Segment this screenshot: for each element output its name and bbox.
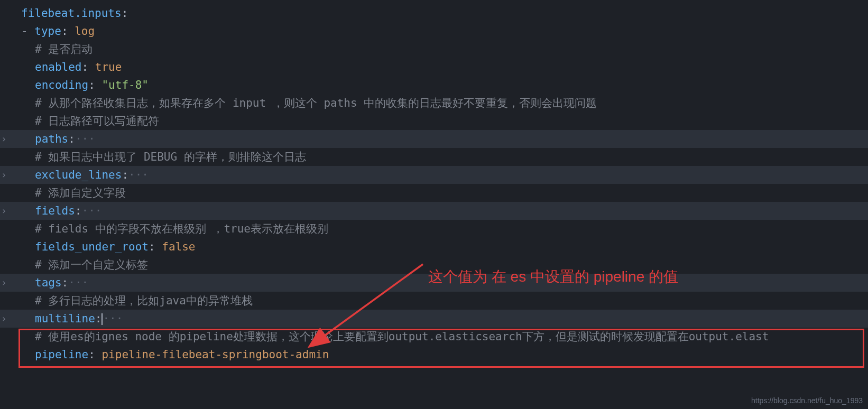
yaml-key: pipeline (35, 348, 88, 361)
code-line-folded[interactable]: ›fields:··· (0, 202, 868, 220)
yaml-comment: # 从那个路径收集日志，如果存在多个 input ，则这个 paths 中的收集… (35, 97, 597, 109)
fold-ellipsis[interactable]: ··· (68, 276, 88, 289)
yaml-comment: # 使用es的ignes node 的pipeline处理数据，这个理论上要配置… (35, 330, 769, 343)
chevron-right-icon[interactable]: › (1, 166, 7, 184)
fold-ellipsis[interactable]: ··· (103, 312, 123, 325)
code-editor[interactable]: filebeat.inputs: - type: log # 是否启动 enab… (0, 0, 868, 368)
yaml-comment: # 如果日志中出现了 DEBUG 的字样，则排除这个日志 (35, 151, 306, 163)
yaml-dash: - (21, 25, 34, 38)
yaml-key: paths (35, 133, 68, 145)
code-line: # fields 中的字段不放在根级别 ，true表示放在根级别 (0, 220, 868, 238)
chevron-right-icon[interactable]: › (1, 310, 7, 328)
code-line-folded[interactable]: ›tags:··· (0, 274, 868, 292)
code-line: encoding: "utf-8" (0, 76, 868, 94)
code-line: # 使用es的ignes node 的pipeline处理数据，这个理论上要配置… (0, 328, 868, 346)
yaml-key: exclude_lines (35, 169, 122, 181)
yaml-key: multiline (35, 312, 95, 325)
code-line: # 添加自定义字段 (0, 184, 868, 202)
code-line: # 如果日志中出现了 DEBUG 的字样，则排除这个日志 (0, 148, 868, 166)
code-line-folded[interactable]: ›paths:··· (0, 130, 868, 148)
chevron-right-icon[interactable]: › (1, 202, 7, 220)
yaml-key: fields (35, 204, 75, 217)
code-line: # 从那个路径收集日志，如果存在多个 input ，则这个 paths 中的收集… (0, 94, 868, 112)
yaml-key: type (34, 25, 61, 38)
yaml-string: "utf-8" (101, 79, 149, 91)
yaml-value: pipeline-filebeat-springboot-admin (101, 348, 329, 361)
yaml-comment: # 日志路径可以写通配符 (35, 115, 159, 127)
watermark-text: https://blog.csdn.net/fu_huo_1993 (751, 396, 863, 405)
code-line: - type: log (0, 22, 868, 40)
fold-ellipsis[interactable]: ··· (82, 204, 102, 217)
yaml-comment: # 添加一个自定义标签 (35, 258, 148, 271)
yaml-comment: # 添加自定义字段 (35, 187, 126, 199)
fold-ellipsis[interactable]: ··· (75, 133, 95, 145)
code-line: enabled: true (0, 58, 868, 76)
yaml-value: true (95, 61, 122, 73)
code-line: # 添加一个自定义标签 (0, 256, 868, 274)
yaml-comment: # 多行日志的处理，比如java中的异常堆栈 (35, 294, 253, 307)
yaml-key: enabled (35, 61, 82, 73)
code-line-folded[interactable]: ›multiline:··· (0, 310, 868, 328)
chevron-right-icon[interactable]: › (1, 274, 7, 292)
yaml-value: false (162, 240, 195, 253)
yaml-value: log (75, 25, 95, 38)
yaml-key: encoding (35, 79, 88, 91)
code-line: filebeat.inputs: (0, 4, 868, 22)
yaml-key: filebeat.inputs (21, 7, 122, 20)
code-line: pipeline: pipeline-filebeat-springboot-a… (0, 346, 868, 364)
code-line: # 是否启动 (0, 40, 868, 58)
yaml-comment: # fields 中的字段不放在根级别 ，true表示放在根级别 (35, 222, 328, 235)
yaml-comment: # 是否启动 (35, 43, 93, 55)
chevron-right-icon[interactable]: › (1, 130, 7, 148)
yaml-key: fields_under_root (35, 240, 149, 253)
fold-ellipsis[interactable]: ··· (128, 169, 149, 181)
yaml-key: tags (35, 276, 62, 289)
code-line: fields_under_root: false (0, 238, 868, 256)
code-line-folded[interactable]: ›exclude_lines:··· (0, 166, 868, 184)
code-line: # 日志路径可以写通配符 (0, 112, 868, 130)
code-line: # 多行日志的处理，比如java中的异常堆栈 (0, 292, 868, 310)
